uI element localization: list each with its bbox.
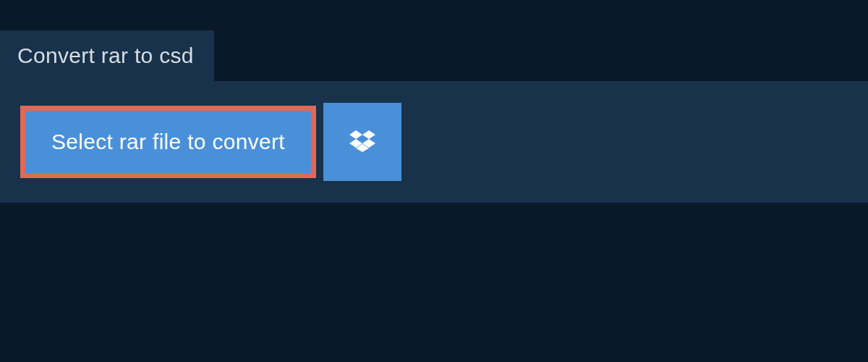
select-file-button[interactable]: Select rar file to convert [20,106,316,178]
tab-convert[interactable]: Convert rar to csd [0,30,214,81]
tab-label: Convert rar to csd [17,43,194,67]
dropbox-icon [349,128,375,156]
dropbox-button[interactable] [323,103,401,181]
conversion-panel: Select rar file to convert [0,81,868,203]
tab-bar: Convert rar to csd [0,0,868,81]
select-file-label: Select rar file to convert [51,130,285,153]
